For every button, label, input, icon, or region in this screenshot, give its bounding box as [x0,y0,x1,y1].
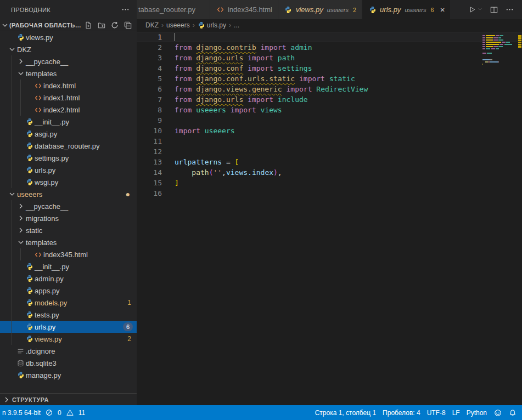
new-file-icon[interactable] [83,20,94,31]
tree-item-templates[interactable]: templates [0,236,137,248]
code-token [192,64,196,72]
indent-guide [12,55,12,67]
outline-section-header[interactable]: СТРУКТУРА [0,393,137,405]
python-icon [25,321,34,333]
tab-views.py[interactable]: views.pyuseeers2 [278,0,362,19]
tree-item-urls.py[interactable]: urls.py6 [0,321,137,333]
line-number: 7 [137,94,162,105]
line-text: path('',views.index), [162,167,282,178]
line-text: ] [162,178,179,188]
minimap[interactable] [482,33,517,68]
indentation[interactable]: Пробелов: 4 [383,409,420,417]
tree-item-useeers[interactable]: useeers● [0,188,137,200]
indent-guide [12,273,12,285]
cursor-position[interactable]: Строка 1, столбец 1 [315,409,376,417]
tree-item-wsgi.py[interactable]: wsgi.py [0,176,137,188]
code-token [192,54,196,62]
breadcrumb-item-useeers[interactable]: useeers [166,21,190,29]
collapse-all-icon[interactable] [122,20,133,31]
minimap-line [482,55,517,56]
tree-item-db.sqlite3[interactable]: db.sqlite3 [0,357,137,369]
tree-item-database_roouter.py[interactable]: database_roouter.py [0,140,137,152]
tree-item-__init__.py[interactable]: __init__.py [0,116,137,128]
line-number: 6 [137,84,162,94]
run-button[interactable] [468,4,482,16]
chevron-down-icon [16,236,25,248]
encoding[interactable]: UTF-8 [427,409,446,417]
breadcrumb-item-urls.py[interactable]: urls.py [198,19,226,31]
tree-item-models.py[interactable]: models.py1 [0,297,137,309]
error-count[interactable]: 0 [58,409,61,417]
line-text: from django.urls import include [162,94,308,105]
tree-item-migrations[interactable]: migrations [0,212,137,224]
minimap-line [482,64,517,65]
python-icon [25,140,34,152]
tree-item-index.html[interactable]: index.html [0,80,137,92]
file-label: migrations [26,214,59,223]
code-token: urlpatterns [175,158,222,166]
warning-icon[interactable] [66,408,74,417]
tree-item-index1.html[interactable]: index1.html [0,92,137,104]
warning-token: django.views.generic [196,85,282,93]
vscode-window: ПРОВОДНИК (РАБОЧАЯ ОБЛАСТЬ) ... views.py… [0,0,522,420]
more-actions-button[interactable] [505,4,514,16]
html-icon [33,92,43,104]
editor[interactable]: 12from django.contrib import admin3from … [137,31,522,405]
code-line-15: 15] [137,178,522,188]
python-version[interactable]: n 3.9.5 64-bit [2,409,41,417]
indent-guide [12,333,12,345]
tree-item-manage.py[interactable]: manage.py [0,369,137,381]
tree-item-index2.html[interactable]: index2.html [0,104,137,116]
tree-item-.dcignore[interactable]: .dcignore [0,345,137,357]
code-line-11: 11 [137,136,522,146]
tree-item-static[interactable]: static [0,224,137,236]
file-label: DKZ [17,46,31,54]
line-number: 10 [137,126,162,136]
tree-item-__pycache__[interactable]: __pycache__ [0,55,137,67]
warning-token: django.contrib [196,43,256,52]
refresh-icon[interactable] [109,20,120,31]
tree-item-asgi.py[interactable]: asgi.py [0,128,137,140]
warning-count-label: 11 [78,409,85,417]
tree-item-settings.py[interactable]: settings.py [0,152,137,164]
tree-item-index345.html[interactable]: index345.html [0,248,137,260]
language-mode[interactable]: Python [467,409,487,417]
overview-ruler-warning-mark [518,46,521,48]
breadcrumb-item-...[interactable]: ... [234,21,239,29]
indent-guide [12,92,12,104]
tab-index345.html[interactable]: index345.html [210,0,278,19]
tree-item-apps.py[interactable]: apps.py [0,285,137,297]
explorer-more-icon[interactable] [121,4,130,16]
indent-guide [12,212,12,224]
tab-tabase_roouter.py[interactable]: tabase_roouter.py [137,0,210,19]
new-folder-icon[interactable] [96,20,107,31]
split-editor-button[interactable] [489,4,498,16]
close-icon[interactable]: × [440,5,445,14]
file-label: db.sqlite3 [26,359,57,367]
code-token: from [175,64,192,72]
tree-item-__pycache__[interactable]: __pycache__ [0,200,137,212]
file-label: static [26,226,42,235]
workspace-header[interactable]: (РАБОЧАЯ ОБЛАСТЬ) ... [0,19,137,31]
tab-urls.py[interactable]: urls.pyuseeers6× [362,0,451,19]
eol[interactable]: LF [452,409,460,417]
warning-count[interactable]: 11 [78,409,85,417]
python-icon [25,164,34,176]
breadcrumb-item-DKZ[interactable]: DKZ [145,21,159,29]
code-token: path [278,54,295,62]
minimap-line [482,33,517,34]
tree-item-views.py[interactable]: views.py [0,31,137,43]
html-icon [216,4,225,16]
feedback-icon[interactable] [493,408,502,417]
error-icon[interactable] [45,408,53,417]
tree-item-views.py[interactable]: views.py2 [0,333,137,345]
tree-item-admin.py[interactable]: admin.py [0,273,137,285]
tree-item-tests.py[interactable]: tests.py [0,309,137,321]
tree-item-__init__.py[interactable]: __init__.py [0,260,137,273]
bell-icon[interactable] [508,408,517,417]
tree-item-urls.py[interactable]: urls.py [0,164,137,176]
file-label: tests.py [35,311,59,319]
tree-item-templates[interactable]: templates [0,67,137,80]
tree-item-DKZ[interactable]: DKZ [0,43,137,55]
python-icon [25,116,34,128]
